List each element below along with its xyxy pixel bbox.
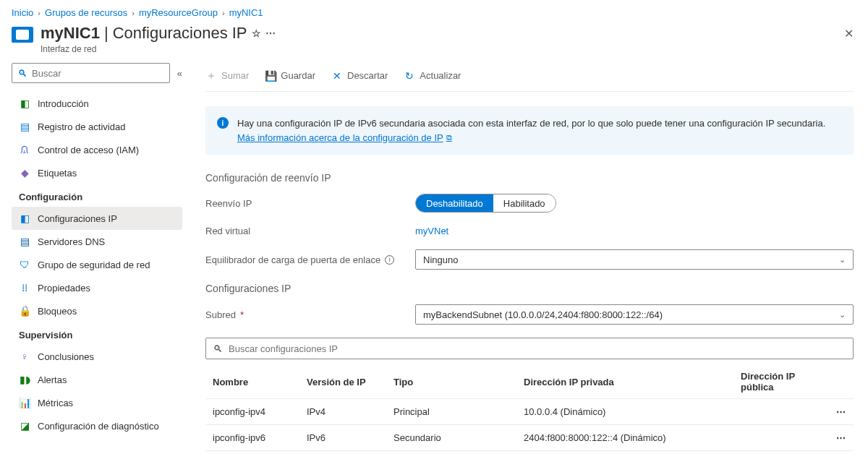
row-more-icon[interactable]: ⋯ <box>825 425 854 451</box>
favorite-star-icon[interactable]: ☆ <box>252 27 261 39</box>
breadcrumb-link[interactable]: myResourceGroup <box>139 7 218 18</box>
nav-label: Introducción <box>38 98 89 109</box>
refresh-icon: ↻ <box>404 70 415 82</box>
nav-section-monitor: Supervisión <box>19 330 182 340</box>
cell-type: Principal <box>386 399 516 425</box>
breadcrumb-link[interactable]: myNIC1 <box>229 7 263 18</box>
main-content: ＋Sumar 💾Guardar ✕Descartar ↻Actualizar i… <box>185 63 868 451</box>
nav-item-nsg[interactable]: 🛡Grupo de seguridad de red <box>12 253 182 276</box>
breadcrumb: Inicio › Grupos de recursos › myResource… <box>0 0 868 24</box>
col-private-ip[interactable]: Dirección IP privada <box>516 365 733 399</box>
nav-item-alerts[interactable]: ▮◗Alertas <box>12 368 182 391</box>
nav-label: Alertas <box>38 374 67 385</box>
nav-item-diagnostics[interactable]: ◪Configuración de diagnóstico <box>12 414 182 437</box>
chevron-down-icon: ⌄ <box>839 255 846 265</box>
toolbar-label: Guardar <box>281 70 315 81</box>
collapse-sidebar-icon[interactable]: « <box>177 68 182 79</box>
alerts-icon: ▮◗ <box>19 374 30 385</box>
nav-item-properties[interactable]: ⁞⁞Propiedades <box>12 276 182 299</box>
sidebar-search-input[interactable] <box>32 68 163 79</box>
label-subnet: Subred * <box>205 309 415 320</box>
add-button[interactable]: ＋Sumar <box>205 69 249 82</box>
nav-config: ◧Configuraciones IP ▤Servidores DNS 🛡Gru… <box>12 207 182 322</box>
page-header: myNIC1 | Configuraciones IP ☆ ⋯ Interfaz… <box>0 24 868 63</box>
label-text: Equilibrador de carga de puerta de enlac… <box>205 254 380 265</box>
col-name[interactable]: Nombre <box>205 365 299 399</box>
refresh-button[interactable]: ↻Actualizar <box>404 70 461 82</box>
close-icon[interactable]: ✕ <box>844 27 854 40</box>
nav-label: Grupo de seguridad de red <box>38 260 150 270</box>
label-text: Subred <box>205 309 236 320</box>
ip-forwarding-toggle[interactable]: Deshabilitado Habilitado <box>415 194 556 213</box>
nav-label: Conclusiones <box>38 351 94 362</box>
subnet-select[interactable]: myBackendSubnet (10.0.0.0/24,2404:f800:8… <box>415 304 854 325</box>
ip-config-icon: ◧ <box>19 213 30 224</box>
info-link[interactable]: Más información acerca de la configuraci… <box>237 131 452 145</box>
save-button[interactable]: 💾Guardar <box>265 70 315 82</box>
col-type[interactable]: Tipo <box>386 365 516 399</box>
nav-item-iam[interactable]: ᙉControl de acceso (IAM) <box>12 138 182 161</box>
nav-item-insights[interactable]: ♀Conclusiones <box>12 345 182 368</box>
nav-label: Servidores DNS <box>38 236 105 247</box>
cell-public-ip <box>733 399 825 425</box>
vnet-link[interactable]: myVNet <box>415 226 448 236</box>
gateway-lb-select[interactable]: Ninguno ⌄ <box>415 249 854 270</box>
toggle-disabled[interactable]: Deshabilitado <box>416 194 493 212</box>
nav-item-metrics[interactable]: 📊Métricas <box>12 391 182 414</box>
toolbar-label: Actualizar <box>420 70 461 81</box>
cell-private-ip: 10.0.0.4 (Dinámico) <box>516 399 733 425</box>
nav-section-config: Configuración <box>19 192 182 202</box>
required-asterisk: * <box>240 309 244 320</box>
sidebar-search[interactable]: 🔍︎ <box>12 63 170 83</box>
external-link-icon: ⧉ <box>446 132 452 144</box>
info-link-label: Más información acerca de la configuraci… <box>237 131 443 145</box>
nav-item-tags[interactable]: ◆Etiquetas <box>12 161 182 184</box>
select-value: Ninguno <box>423 254 458 265</box>
select-value: myBackendSubnet (10.0.0.0/24,2404:f800:8… <box>423 309 663 320</box>
cell-ipversion: IPv4 <box>299 399 386 425</box>
diagnostics-icon: ◪ <box>19 420 30 432</box>
ipconfig-table: Nombre Versión de IP Tipo Dirección IP p… <box>205 365 854 451</box>
table-row[interactable]: ipconfig-ipv4 IPv4 Principal 10.0.0.4 (D… <box>205 399 854 425</box>
nav-item-activity-log[interactable]: ▤Registro de actividad <box>12 115 182 138</box>
page-title: myNIC1 | Configuraciones IP ☆ ⋯ <box>41 24 856 43</box>
nav-monitor: ♀Conclusiones ▮◗Alertas 📊Métricas ◪Confi… <box>12 345 182 437</box>
cell-public-ip <box>733 425 825 451</box>
save-icon: 💾 <box>265 70 276 82</box>
nav-label: Bloqueos <box>38 306 77 317</box>
more-actions-icon[interactable]: ⋯ <box>265 27 276 39</box>
metrics-icon: 📊 <box>19 397 30 408</box>
col-ipversion[interactable]: Versión de IP <box>299 365 386 399</box>
info-icon: i <box>217 117 229 129</box>
cell-ipversion: IPv6 <box>299 425 386 451</box>
ipconfig-search[interactable]: 🔍︎ <box>205 338 854 359</box>
plus-icon: ＋ <box>205 69 217 82</box>
search-icon: 🔍︎ <box>18 68 27 79</box>
table-row[interactable]: ipconfig-ipv6 IPv6 Secundario 2404:f800:… <box>205 425 854 451</box>
page-title-bold: myNIC1 <box>41 24 100 43</box>
nav-label: Propiedades <box>38 283 90 294</box>
overview-icon: ◧ <box>19 98 30 109</box>
chevron-right-icon: › <box>38 9 41 17</box>
nav-item-dns[interactable]: ▤Servidores DNS <box>12 230 182 253</box>
ipconfig-search-input[interactable] <box>229 343 846 354</box>
breadcrumb-link[interactable]: Grupos de recursos <box>45 7 127 18</box>
row-more-icon[interactable]: ⋯ <box>825 399 854 425</box>
nav-label: Configuraciones IP <box>38 213 117 224</box>
discard-button[interactable]: ✕Descartar <box>331 70 388 82</box>
nav-label: Configuración de diagnóstico <box>38 421 159 432</box>
info-tooltip-icon[interactable]: i <box>385 255 394 265</box>
toolbar-label: Descartar <box>347 70 388 81</box>
label-ip-forwarding: Reenvío IP <box>205 198 415 209</box>
col-public-ip[interactable]: Dirección IP pública <box>733 365 825 399</box>
section-ip-forwarding: Configuración de reenvío IP <box>205 172 854 184</box>
breadcrumb-link[interactable]: Inicio <box>12 7 33 18</box>
nav-label: Métricas <box>38 398 73 408</box>
toggle-enabled[interactable]: Habilitado <box>493 194 556 212</box>
nav-item-ip-configs[interactable]: ◧Configuraciones IP <box>12 207 182 230</box>
nav-item-overview[interactable]: ◧Introducción <box>12 92 182 115</box>
cell-name: ipconfig-ipv4 <box>205 399 299 425</box>
nav-item-locks[interactable]: 🔒Bloqueos <box>12 299 182 322</box>
sidebar: 🔍︎ « ◧Introducción ▤Registro de activida… <box>0 63 185 451</box>
chevron-down-icon: ⌄ <box>839 310 846 320</box>
